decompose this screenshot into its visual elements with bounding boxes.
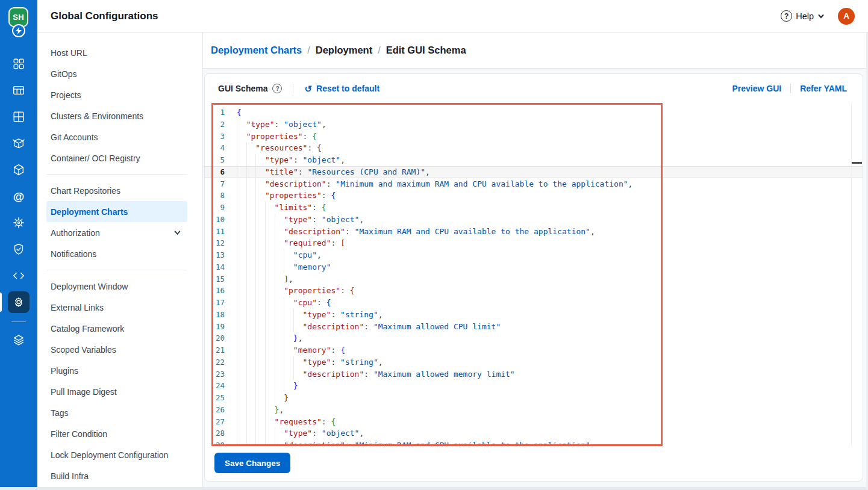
indent-guide	[265, 261, 275, 273]
code-line[interactable]: 20},	[205, 332, 863, 344]
code-line[interactable]: 1{	[205, 107, 863, 119]
code-line[interactable]: 24}	[205, 380, 863, 392]
indent-guide	[246, 380, 256, 392]
sidebar-item-external-links[interactable]: External Links	[46, 297, 187, 318]
indent-guide	[246, 309, 256, 321]
sidebar-item-notifications[interactable]: Notifications	[46, 243, 187, 264]
indent-guide	[246, 178, 256, 190]
code-line[interactable]: 13"cpu",	[205, 249, 863, 261]
sidebar-item-authorization[interactable]: Authorization	[46, 222, 187, 243]
code-line[interactable]: 7"description": "Minimum and maximum RAM…	[205, 178, 863, 190]
applications-icon[interactable]	[8, 53, 30, 75]
stack-manager-icon[interactable]	[8, 329, 30, 351]
sidebar-item-chart-repositories[interactable]: Chart Repositories	[46, 180, 187, 201]
sidebar-item-plugins[interactable]: Plugins	[46, 360, 187, 381]
avatar[interactable]: A	[838, 8, 855, 25]
code-line[interactable]: 11"description": "Maximum RAM and CPU av…	[205, 226, 863, 238]
indent-guide	[265, 214, 275, 226]
security-icon[interactable]	[8, 238, 30, 260]
code-text: "limits": {	[237, 202, 326, 214]
code-line[interactable]: 23"description": "Maximum allowed memory…	[205, 368, 863, 380]
sidebar-item-label: External Links	[51, 303, 104, 312]
global-config-icon[interactable]	[8, 291, 30, 313]
indent-guide	[265, 392, 275, 404]
sidebar-item-filter-condition[interactable]: Filter Condition	[46, 423, 187, 444]
sidebar-item-tags[interactable]: Tags	[46, 402, 187, 423]
code-line[interactable]: 26},	[205, 404, 863, 416]
breadcrumb-item[interactable]: Deployment Charts	[211, 45, 302, 56]
package-icon[interactable]	[8, 132, 30, 154]
code-icon[interactable]	[8, 265, 30, 287]
code-text: "type": "object",	[237, 214, 364, 226]
sidebar-item-clusters-environments[interactable]: Clusters & Environments	[46, 105, 187, 126]
schema-help-icon[interactable]: ?	[272, 84, 282, 93]
indent-guide	[246, 297, 256, 309]
line-number: 20	[205, 332, 225, 344]
indent-guide	[275, 368, 284, 380]
help-menu[interactable]: ? Help	[781, 10, 825, 22]
code-line[interactable]: 10"type": "object",	[205, 214, 863, 226]
preview-gui-link[interactable]: Preview GUI	[732, 84, 781, 93]
page-title: Global Configurations	[51, 10, 158, 22]
indent-guide	[237, 321, 246, 333]
sidebar-item-projects[interactable]: Projects	[46, 84, 187, 105]
app-logo[interactable]: SH	[0, 0, 37, 43]
code-line[interactable]: 17"cpu": {	[205, 297, 863, 309]
line-number: 18	[205, 309, 225, 321]
code-line[interactable]: 27"requests": {	[205, 416, 863, 428]
code-line[interactable]: 2"type": "object",	[205, 119, 863, 131]
header-divider	[293, 84, 293, 93]
window-bottom-edge	[0, 487, 868, 490]
indent-guide	[255, 332, 265, 344]
code-line[interactable]: 6"title": "Resources (CPU and RAM)",	[205, 166, 863, 178]
code-text: {	[237, 107, 242, 119]
sidebar-item-deployment-window[interactable]: Deployment Window	[46, 276, 187, 297]
chart-store-icon[interactable]: @	[8, 185, 30, 207]
line-number: 19	[205, 321, 225, 333]
code-line[interactable]: 19"description": "Maximum allowed CPU li…	[205, 321, 863, 333]
code-line[interactable]: 12"required": [	[205, 237, 863, 249]
code-line[interactable]: 15],	[205, 273, 863, 285]
code-line[interactable]: 16"properties": {	[205, 285, 863, 297]
code-line[interactable]: 14"memory"	[205, 261, 863, 273]
sidebar-item-deployment-charts[interactable]: Deployment Charts	[46, 201, 187, 222]
code-line[interactable]: 22"type": "string",	[205, 356, 863, 368]
application-groups-icon[interactable]	[8, 106, 30, 128]
sidebar-item-gitops[interactable]: GitOps	[46, 63, 187, 84]
code-text: "type": "object",	[237, 154, 345, 166]
code-line[interactable]: 28"type": "object",	[205, 427, 863, 439]
code-line[interactable]: 25}	[205, 392, 863, 404]
sidebar-item-catalog-framework[interactable]: Catalog Framework	[46, 318, 187, 339]
code-line[interactable]: 9"limits": {	[205, 202, 863, 214]
sidebar-item-pull-image-digest[interactable]: Pull Image Digest	[46, 381, 187, 402]
indent-guide	[246, 427, 256, 439]
code-text: "requests": {	[237, 416, 336, 428]
sidebar-item-host-url[interactable]: Host URL	[46, 42, 187, 63]
indent-guide	[246, 332, 256, 344]
sidebar-item-build-infra[interactable]: Build Infra	[46, 465, 187, 486]
sidebar-item-scoped-variables[interactable]: Scoped Variables	[46, 339, 187, 360]
indent-guide	[237, 119, 246, 131]
sidebar-item-container-oci-registry[interactable]: Container/ OCI Registry	[46, 147, 187, 169]
code-line[interactable]: 4"resources": {	[205, 142, 863, 154]
reset-to-default-button[interactable]: ↺ Reset to default	[304, 84, 379, 93]
top-bar: Global Configurations ? Help A	[37, 0, 868, 33]
code-line[interactable]: 3"properties": {	[205, 131, 863, 143]
resource-browser-icon[interactable]	[8, 159, 30, 181]
code-line[interactable]: 5"type": "object",	[205, 154, 863, 166]
sidebar-item-git-accounts[interactable]: Git Accounts	[46, 126, 187, 147]
refer-yaml-link[interactable]: Refer YAML	[800, 84, 847, 93]
indent-guide	[237, 249, 246, 261]
code-editor[interactable]: 1{2"type": "object",3"properties": {4"re…	[205, 103, 863, 446]
scrollbar-thumb[interactable]	[852, 162, 862, 164]
sidebar-item-lock-deployment-configuration[interactable]: Lock Deployment Configuration	[46, 444, 187, 465]
indent-guide	[284, 297, 293, 309]
line-number: 15	[205, 273, 225, 285]
jobs-icon[interactable]	[8, 79, 30, 101]
line-number: 6	[205, 166, 225, 178]
code-line[interactable]: 18"type": "string",	[205, 309, 863, 321]
save-changes-button[interactable]: Save Changes	[214, 453, 290, 473]
code-line[interactable]: 21"memory": {	[205, 344, 863, 356]
helm-wheel-icon[interactable]	[8, 212, 30, 234]
code-line[interactable]: 8"properties": {	[205, 190, 863, 202]
